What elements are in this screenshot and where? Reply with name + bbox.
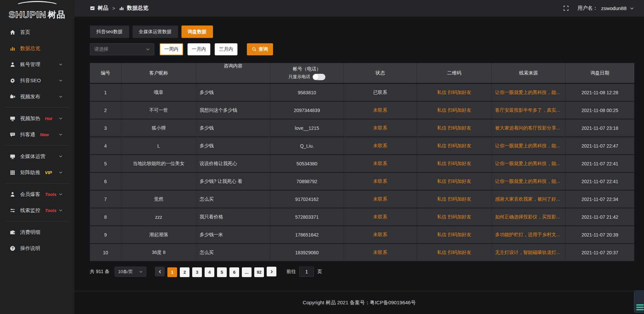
cell-index: 2 <box>90 102 121 119</box>
cell-source-link[interactable]: 让你一眼就爱上的黑科技，能... <box>492 84 566 101</box>
search-button-label: 查询 <box>259 46 268 52</box>
sidebar-item-label: 线索监控 <box>20 207 40 214</box>
sidebar-divider <box>5 145 69 146</box>
chevron-down-icon <box>58 170 64 174</box>
cell-index: 7 <box>90 191 121 208</box>
sidebar-item-label: 视频发布 <box>20 94 40 100</box>
inquiry-table: 编号客户昵称咨询内容帐号（电话）只显示电话状态二维码线索来源询盘日期 1哦章多少… <box>90 63 634 262</box>
sidebar-item-douyin-seo[interactable]: 抖音SEO <box>0 72 74 89</box>
cell-source-link[interactable]: 让你一眼就爱上的黑科技，能... <box>492 173 566 190</box>
search-button[interactable]: 查询 <box>247 43 273 55</box>
table-row: 1哦章多少钱9583810已联系私信 扫码加好友让你一眼就爱上的黑科技，能...… <box>90 84 634 102</box>
home-icon <box>9 30 15 35</box>
cell-source-link[interactable]: 如何正确选择投影仪，买投影... <box>492 208 566 225</box>
chevron-down-icon <box>58 78 64 83</box>
page-button-6[interactable]: 6 <box>229 267 239 277</box>
phone-toggle-row: 只显示电话 <box>288 74 325 80</box>
sidebar-item-label: 会员爆客 <box>20 191 40 198</box>
username-label: 用户名： <box>578 5 598 11</box>
page-size-select[interactable]: 10条/页 <box>115 267 146 277</box>
sidebar-item-clue-monitor[interactable]: 线索监控Tools <box>0 202 74 218</box>
cell-index: 1 <box>90 84 121 101</box>
chevron-down-icon <box>58 116 64 120</box>
sidebar-item-video-publish[interactable]: 视频发布 <box>0 89 74 105</box>
cell-status: 未联系 <box>344 191 417 208</box>
cell-source-link[interactable]: 多功能护栏灯，适用于乡村文... <box>492 226 566 243</box>
sidebar-item-label: 数据总览 <box>20 45 40 52</box>
cell-qrcode-link[interactable]: 私信 扫码加好友 <box>417 102 492 119</box>
phone-only-toggle[interactable] <box>313 74 325 80</box>
cell-source-link[interactable]: 客厅安装投影半年多了，真实... <box>492 102 566 119</box>
period-three-month[interactable]: 三月内 <box>215 43 237 55</box>
cell-index: 10 <box>90 244 121 261</box>
cell-index: 9 <box>90 226 121 243</box>
cell-date: 2021-11-07 21:42 <box>566 208 634 225</box>
cell-source-link[interactable]: 让你一眼就爱上的黑科技，能... <box>492 155 566 172</box>
chevron-down-icon <box>58 62 64 66</box>
sidebar-item-media-operation[interactable]: 全媒体运营 <box>0 148 74 164</box>
sidebar-item-home[interactable]: 首页 <box>0 24 74 40</box>
cell-account: 2097344839 <box>270 102 344 119</box>
tab-media-operation-data[interactable]: 全媒体运营数据 <box>132 25 178 38</box>
cell-qrcode-link[interactable]: 私信 扫码加好友 <box>417 137 492 154</box>
cell-nickname: 哦章 <box>121 84 196 101</box>
sidebar-item-douketong[interactable]: 抖客通New <box>0 126 74 143</box>
chevron-down-icon <box>58 133 64 137</box>
cell-source-link[interactable]: 感谢大家喜欢我家，被问了好... <box>492 191 566 208</box>
cell-qrcode-link[interactable]: 私信 扫码加好友 <box>417 208 492 225</box>
page-button-5[interactable]: 5 <box>217 267 227 277</box>
page-button-92[interactable]: 92 <box>254 267 264 277</box>
table-row: 9潮起潮落多少钱一米178651642未联系私信 扫码加好友多功能护栏灯，适用于… <box>90 226 634 244</box>
sidebar-item-consume-detail[interactable]: 消费明细 <box>0 224 74 240</box>
filter-select[interactable]: 请选择 <box>90 43 154 55</box>
chevron-down-icon[interactable] <box>630 6 634 10</box>
sidebar-item-help[interactable]: ?操作说明 <box>0 240 74 256</box>
fullscreen-icon[interactable] <box>563 5 569 11</box>
period-one-month[interactable]: 一月内 <box>187 43 210 55</box>
search-icon <box>252 47 257 52</box>
floating-widget[interactable] <box>634 291 644 313</box>
col-header-date: 询盘日期 <box>566 63 634 83</box>
cell-qrcode-link[interactable]: 私信 扫码加好友 <box>417 155 492 172</box>
page-button-3[interactable]: 3 <box>192 267 202 277</box>
sidebar-item-data-overview[interactable]: 数据总览 <box>0 40 74 56</box>
cell-nickname: 觉然 <box>121 191 196 208</box>
cell-qrcode-link[interactable]: 私信 扫码加好友 <box>417 191 492 208</box>
sidebar-item-label: 操作说明 <box>20 245 40 252</box>
cell-status: 已联系 <box>344 84 417 101</box>
tab-douyin-seo-data[interactable]: 抖音seo数据 <box>90 25 129 38</box>
breadcrumb-page: 数据总览 <box>127 5 148 12</box>
page-button-2[interactable]: 2 <box>180 267 190 277</box>
cell-qrcode-link[interactable]: 私信 扫码加好友 <box>417 244 492 261</box>
gear-icon <box>9 78 15 84</box>
cell-source-link[interactable]: 被大家追着问的客厅投影分享... <box>492 119 566 137</box>
cell-qrcode-link[interactable]: 私信 扫码加好友 <box>417 226 492 243</box>
cell-source-link[interactable]: 无主灯设计，智能磁吸轨道灯... <box>492 244 566 261</box>
cell-qrcode-link[interactable]: 私信 扫码加好友 <box>417 173 492 190</box>
sidebar-item-member-burst[interactable]: 会员爆客Tools <box>0 186 74 202</box>
breadcrumb-site[interactable]: 树品 <box>98 5 108 12</box>
sidebar-item-video-heat[interactable]: 视频加热Hot <box>0 110 74 126</box>
page-button-1[interactable]: 1 <box>167 267 177 277</box>
tab-inquiry-data[interactable]: 询盘数据 <box>181 25 213 38</box>
user-area: 用户名： zswodun88 <box>563 5 634 11</box>
sidebar-divider <box>5 107 69 108</box>
cell-qrcode-link[interactable]: 私信 扫码加好友 <box>417 119 492 137</box>
sidebar-divider <box>5 221 69 221</box>
page-button-4[interactable]: 4 <box>205 267 214 277</box>
cell-qrcode-link[interactable]: 私信 扫码加好友 <box>417 84 492 101</box>
cell-date: 2021-11-07 22:34 <box>566 191 634 208</box>
prev-page-button[interactable] <box>155 267 165 276</box>
page-ellipsis-button[interactable]: ... <box>242 267 252 277</box>
sidebar-item-matrix-boost[interactable]: 矩阵助推VIP <box>0 164 74 180</box>
cell-nickname: zzz <box>121 208 196 225</box>
username-value[interactable]: zswodun88 <box>601 5 627 11</box>
period-one-week[interactable]: 一周内 <box>160 43 183 55</box>
monitor-icon <box>9 154 15 159</box>
goto-page-input[interactable] <box>299 267 314 277</box>
cell-source-link[interactable]: 让你一眼就爱上的黑科技，能... <box>492 137 566 154</box>
logo[interactable]: SHUPIN 树品 <box>0 0 74 24</box>
sidebar-item-account-manage[interactable]: 账号管理 <box>0 56 74 72</box>
period-buttons: 一周内一月内三月内 <box>160 43 237 55</box>
next-page-button[interactable] <box>267 267 276 276</box>
